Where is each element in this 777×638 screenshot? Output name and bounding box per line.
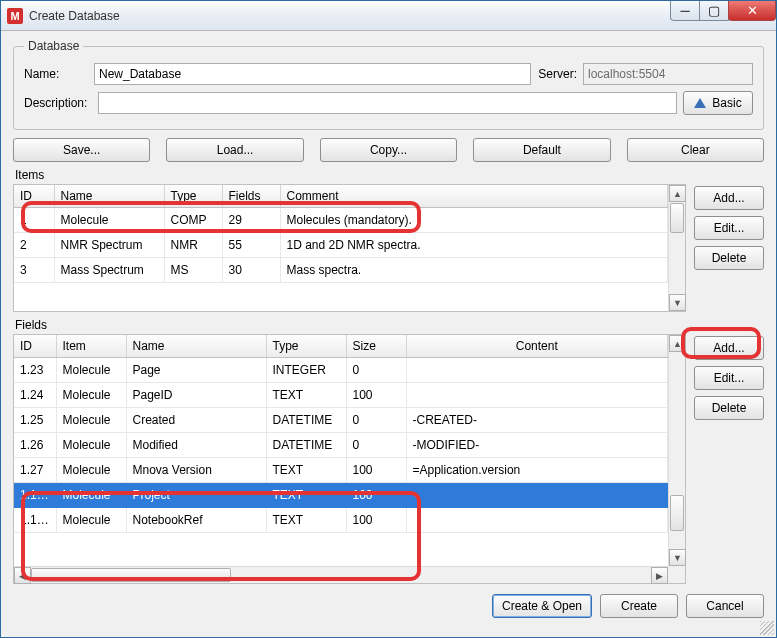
items-vscrollbar[interactable]: ▲ ▼ [668,185,685,311]
scroll-up-icon[interactable]: ▲ [669,335,686,352]
name-label: Name: [24,67,88,81]
basic-button[interactable]: Basic [683,91,753,115]
resize-grip-icon[interactable] [760,621,774,635]
default-button[interactable]: Default [473,138,610,162]
clear-button[interactable]: Clear [627,138,764,162]
create-button[interactable]: Create [600,594,678,618]
fields-hscrollbar[interactable]: ◀ ▶ [14,566,668,583]
scroll-up-icon[interactable]: ▲ [669,185,686,202]
scroll-right-icon[interactable]: ▶ [651,567,668,584]
basic-label: Basic [712,96,741,110]
name-input[interactable] [94,63,531,85]
fields-col-item[interactable]: Item [56,335,126,358]
cell-fields: 55 [222,233,280,258]
fields-delete-button[interactable]: Delete [694,396,764,420]
fields-vscrollbar[interactable]: ▲ ▼ [668,335,685,566]
cell-content: -MODIFIED- [406,433,668,458]
create-open-button[interactable]: Create & Open [492,594,592,618]
triangle-icon [694,98,706,108]
save-button[interactable]: Save... [13,138,150,162]
scroll-thumb[interactable] [670,203,684,233]
cell-comment: Molecules (mandatory). [280,208,668,233]
table-row[interactable]: 3Mass SpectrumMS30Mass spectra. [14,258,668,283]
fields-edit-button[interactable]: Edit... [694,366,764,390]
cell-content [406,358,668,383]
table-row[interactable]: 1.24MoleculePageIDTEXT100 [14,383,668,408]
cell-id: 1.27 [14,458,56,483]
close-button[interactable]: ✕ [728,1,776,21]
cell-name: Mnova Version [126,458,266,483]
cell-type: TEXT [266,508,346,533]
table-row[interactable]: 1.23MoleculePageINTEGER0 [14,358,668,383]
cell-item: Molecule [56,433,126,458]
items-col-id[interactable]: ID [14,185,54,208]
items-col-comment[interactable]: Comment [280,185,668,208]
description-input[interactable] [98,92,677,114]
cell-id: 1.24 [14,383,56,408]
items-col-fields[interactable]: Fields [222,185,280,208]
copy-button[interactable]: Copy... [320,138,457,162]
cell-id: 1.142 [14,483,56,508]
cell-content [406,383,668,408]
items-delete-button[interactable]: Delete [694,246,764,270]
table-row[interactable]: 1MoleculeCOMP29Molecules (mandatory). [14,208,668,233]
window-title: Create Database [29,9,671,23]
items-col-type[interactable]: Type [164,185,222,208]
fields-col-name[interactable]: Name [126,335,266,358]
cancel-button[interactable]: Cancel [686,594,764,618]
cell-id: 1 [14,208,54,233]
create-database-dialog: M Create Database ─ ▢ ✕ Database Name: S… [0,0,777,638]
titlebar[interactable]: M Create Database ─ ▢ ✕ [1,1,776,31]
cell-comment: 1D and 2D NMR spectra. [280,233,668,258]
cell-name: NMR Spectrum [54,233,164,258]
database-legend: Database [24,39,83,53]
table-row[interactable]: 1.27MoleculeMnova VersionTEXT100=Applica… [14,458,668,483]
table-row[interactable]: 1.143MoleculeNotebookRefTEXT100 [14,508,668,533]
cell-fields: 29 [222,208,280,233]
fields-col-size[interactable]: Size [346,335,406,358]
cell-id: 1.26 [14,433,56,458]
items-col-name[interactable]: Name [54,185,164,208]
fields-col-content[interactable]: Content [406,335,668,358]
scroll-corner [668,566,685,583]
cell-type: DATETIME [266,433,346,458]
scroll-left-icon[interactable]: ◀ [14,567,31,584]
scroll-thumb[interactable] [31,568,231,582]
cell-type: TEXT [266,483,346,508]
cell-type: NMR [164,233,222,258]
cell-type: INTEGER [266,358,346,383]
cell-comment: Mass spectra. [280,258,668,283]
cell-size: 100 [346,458,406,483]
cell-content [406,508,668,533]
server-input[interactable] [583,63,753,85]
description-label: Description: [24,96,92,110]
items-legend: Items [13,168,764,182]
maximize-button[interactable]: ▢ [699,1,729,21]
table-row[interactable]: 1.26MoleculeModifiedDATETIME0-MODIFIED- [14,433,668,458]
items-table[interactable]: ID Name Type Fields Comment 1MoleculeCOM… [13,184,686,312]
table-row[interactable]: 1.25MoleculeCreatedDATETIME0-CREATED- [14,408,668,433]
fields-table[interactable]: ID Item Name Type Size Content 1.23Molec… [13,334,686,584]
cell-size: 100 [346,508,406,533]
cell-item: Molecule [56,508,126,533]
scroll-down-icon[interactable]: ▼ [669,294,686,311]
cell-name: NotebookRef [126,508,266,533]
fields-add-button[interactable]: Add... [694,336,764,360]
cell-name: PageID [126,383,266,408]
cell-name: Created [126,408,266,433]
fields-col-type[interactable]: Type [266,335,346,358]
minimize-button[interactable]: ─ [670,1,700,21]
cell-name: Page [126,358,266,383]
items-add-button[interactable]: Add... [694,186,764,210]
cell-name: Molecule [54,208,164,233]
table-row[interactable]: 2NMR SpectrumNMR551D and 2D NMR spectra. [14,233,668,258]
table-row[interactable]: 1.142MoleculeProjectTEXT100 [14,483,668,508]
cell-item: Molecule [56,383,126,408]
cell-type: TEXT [266,458,346,483]
fields-col-id[interactable]: ID [14,335,56,358]
load-button[interactable]: Load... [166,138,303,162]
scroll-down-icon[interactable]: ▼ [669,549,686,566]
cell-id: 3 [14,258,54,283]
items-edit-button[interactable]: Edit... [694,216,764,240]
scroll-thumb[interactable] [670,495,684,531]
